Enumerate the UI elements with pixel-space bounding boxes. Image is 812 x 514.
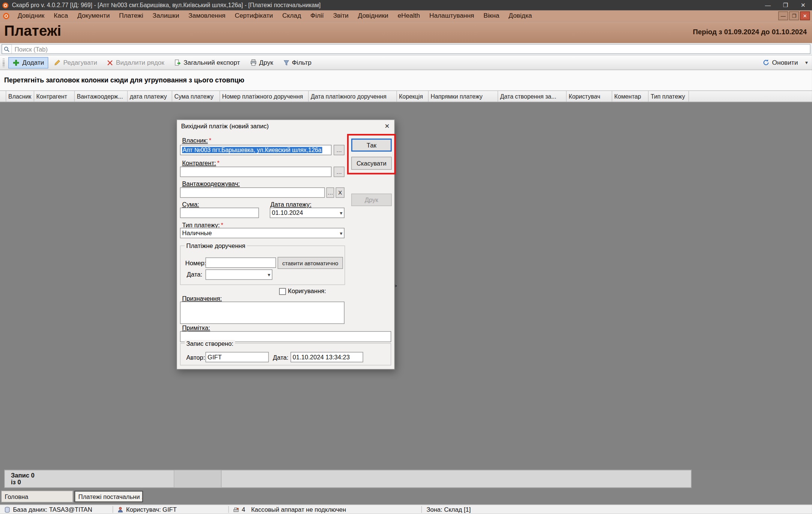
menu-item-dovidka[interactable]: Довідка bbox=[504, 11, 537, 21]
delete-x-icon bbox=[107, 59, 114, 66]
column-header[interactable]: Користувач bbox=[566, 91, 612, 102]
consignee-input[interactable] bbox=[180, 187, 325, 198]
add-button[interactable]: Додати bbox=[8, 57, 48, 68]
author-input[interactable]: GIFT bbox=[205, 352, 269, 362]
cancel-button[interactable]: Скасувати bbox=[351, 157, 392, 170]
column-header[interactable]: Корекція bbox=[397, 91, 428, 102]
toolbar-grip[interactable] bbox=[3, 58, 5, 67]
mdi-close-button[interactable]: ✕ bbox=[800, 11, 810, 20]
filter-button[interactable]: Фільтр bbox=[279, 57, 316, 68]
column-header[interactable]: Сума платежу bbox=[172, 91, 220, 102]
column-header[interactable]: Дата платіжного доручення bbox=[309, 91, 397, 102]
page-title: Платежі bbox=[4, 23, 61, 40]
export-icon bbox=[174, 59, 181, 66]
created-date-input[interactable]: 01.10.2024 13:34:23 bbox=[291, 352, 363, 362]
dialog-close-icon[interactable]: ✕ bbox=[383, 122, 391, 130]
chevron-down-icon: ▾ bbox=[340, 230, 343, 236]
search-box bbox=[2, 44, 810, 54]
statusbar-separator bbox=[112, 506, 113, 513]
status-user: Користувач: GIFT bbox=[117, 505, 177, 514]
pay-date-label[interactable]: Дата платежу: bbox=[270, 201, 311, 208]
correction-checkbox[interactable] bbox=[279, 288, 286, 295]
edit-button[interactable]: Редагувати bbox=[50, 57, 101, 68]
sum-label[interactable]: Сума: bbox=[182, 201, 199, 208]
column-header[interactable]: Коментар bbox=[612, 91, 649, 102]
auto-number-button[interactable]: ставити автоматично bbox=[278, 257, 343, 269]
order-number-input[interactable] bbox=[205, 257, 276, 268]
purpose-textarea[interactable] bbox=[180, 301, 345, 324]
owner-label[interactable]: Власник:* bbox=[182, 137, 211, 144]
menu-item-vikna[interactable]: Вікна bbox=[479, 11, 504, 21]
menu-item-dovidnyk[interactable]: Довідник bbox=[13, 11, 49, 21]
mdi-minimize-button[interactable]: — bbox=[778, 11, 788, 20]
contragent-label[interactable]: Контрагент:* bbox=[182, 160, 219, 167]
menu-item-zvity[interactable]: Звіти bbox=[328, 11, 353, 21]
title-bar: Скарб pro v. 4.0.2.77 [ІД: 969] - [Апт №… bbox=[0, 0, 812, 11]
column-header[interactable]: Номер платіжного доручення bbox=[220, 91, 309, 102]
column-header[interactable]: Вантажоодерж... bbox=[75, 91, 128, 102]
menu-item-filii[interactable]: Філії bbox=[306, 11, 328, 21]
minimize-button[interactable]: — bbox=[759, 0, 777, 11]
owner-picker-button[interactable]: … bbox=[334, 145, 345, 155]
column-header[interactable]: Тип платежу bbox=[648, 91, 689, 102]
app-logo-icon bbox=[2, 2, 9, 9]
column-header[interactable]: Напрямки платежу bbox=[428, 91, 498, 102]
statusbar-separator bbox=[421, 506, 422, 513]
menu-item-nalashtuvannia[interactable]: Налаштування bbox=[425, 11, 479, 21]
owner-input[interactable]: Апт №003 пгт.Барышевка, ул.Киевский шлях… bbox=[180, 145, 332, 155]
ok-button[interactable]: Так bbox=[351, 138, 392, 151]
sum-input[interactable] bbox=[180, 208, 259, 218]
menu-item-dovidnyky[interactable]: Довідники bbox=[353, 11, 393, 21]
consignee-clear-button[interactable]: X bbox=[336, 187, 345, 198]
export-button[interactable]: Загальний експорт bbox=[170, 57, 244, 68]
group-by-panel[interactable]: Перетягніть заголовок колонки сюди для у… bbox=[0, 70, 812, 90]
mdi-restore-button[interactable]: ❐ bbox=[789, 11, 799, 20]
record-bar-segment bbox=[175, 470, 222, 488]
menu-item-kasa[interactable]: Каса bbox=[49, 11, 73, 21]
purpose-label[interactable]: Призначення: bbox=[182, 295, 222, 302]
delete-row-button[interactable]: Видалити рядок bbox=[103, 57, 168, 68]
consignee-picker-button[interactable]: … bbox=[326, 187, 334, 198]
order-date-select[interactable]: ▾ bbox=[205, 269, 272, 280]
pay-date-select[interactable]: 01.10.2024 ▾ bbox=[270, 208, 345, 218]
payment-order-groupbox: Платіжне доручення Номер: ставити автома… bbox=[180, 246, 345, 285]
contragent-input[interactable] bbox=[180, 167, 332, 177]
note-label[interactable]: Примітка: bbox=[182, 324, 210, 332]
status-database: База даних: TASA3@TITAN bbox=[4, 505, 92, 514]
tab-payments-suppliers[interactable]: Платежі постачальни .. bbox=[74, 491, 143, 503]
menu-item-platezhi[interactable]: Платежі bbox=[114, 11, 148, 21]
pencil-icon bbox=[54, 59, 61, 66]
period-label[interactable]: Період з 01.09.2024 до 01.10.2024 bbox=[693, 28, 807, 36]
contragent-picker-button[interactable]: … bbox=[334, 167, 345, 177]
toolbar-options-caret-icon[interactable]: ▾ bbox=[804, 60, 809, 65]
menu-item-sklad[interactable]: Склад bbox=[278, 11, 306, 21]
created-group-title: Запис створено: bbox=[185, 340, 235, 347]
menu-item-zalyshky[interactable]: Залишки bbox=[148, 11, 184, 21]
app-logo-icon bbox=[3, 12, 10, 19]
statusbar-separator bbox=[228, 506, 229, 513]
dialog-title: Вихідний платіж (новий запис) bbox=[181, 123, 269, 130]
column-header[interactable]: Власник bbox=[6, 91, 34, 102]
order-number-label: Номер: bbox=[185, 260, 206, 267]
menu-item-ehealth[interactable]: eHealth bbox=[393, 11, 425, 21]
pay-type-select[interactable]: Наличные ▾ bbox=[180, 228, 345, 239]
printer-icon bbox=[250, 59, 257, 66]
order-date-label: Дата: bbox=[187, 271, 202, 278]
menu-item-dokumenty[interactable]: Документи bbox=[73, 11, 114, 21]
column-header[interactable]: Контрагент bbox=[34, 91, 75, 102]
consignee-label[interactable]: Вантажоодержувач: bbox=[182, 180, 240, 187]
close-button[interactable]: ✕ bbox=[794, 0, 812, 11]
correction-label[interactable]: Коригування: bbox=[288, 287, 326, 295]
chevron-down-icon: ▾ bbox=[340, 210, 343, 216]
refresh-button[interactable]: Оновити bbox=[759, 57, 802, 68]
search-input[interactable] bbox=[12, 45, 810, 53]
column-header[interactable]: Дата створення за... bbox=[498, 91, 566, 102]
print-button[interactable]: Друк bbox=[246, 57, 277, 68]
menu-item-zamovlennia[interactable]: Замовлення bbox=[184, 11, 230, 21]
column-header[interactable]: дата платежу bbox=[127, 91, 172, 102]
chevron-down-icon: ▾ bbox=[268, 272, 270, 277]
menu-item-sertyfikaty[interactable]: Сертифікати bbox=[230, 11, 278, 21]
print-dialog-button[interactable]: Друк bbox=[351, 194, 392, 206]
tab-home[interactable]: Головна bbox=[1, 491, 73, 503]
maximize-button[interactable]: ❐ bbox=[777, 0, 794, 11]
